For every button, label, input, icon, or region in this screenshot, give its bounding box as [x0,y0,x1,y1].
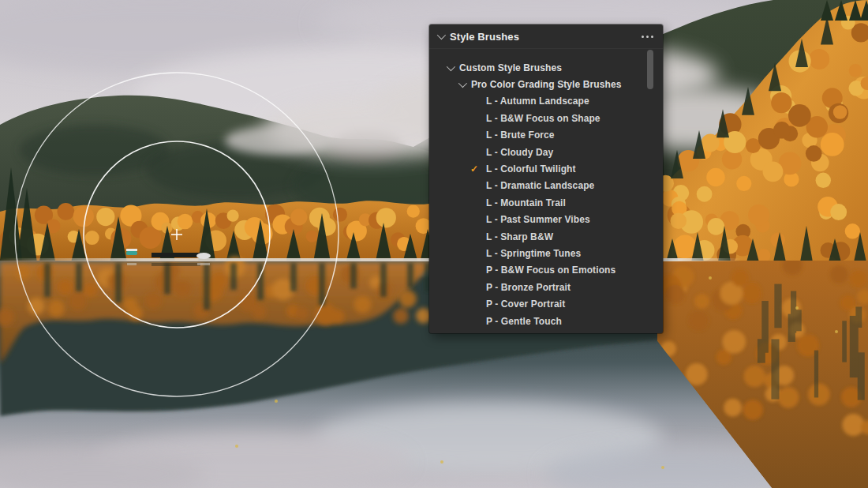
style-brush-item-label: P - Bronze Portrait [486,282,571,293]
checkmark-icon: ✓ [470,163,486,175]
style-brush-item[interactable]: L - Cloudy Day [429,144,663,160]
style-brush-item[interactable]: L - Dramatic Landscape [429,178,663,194]
style-brush-item[interactable]: L - Past Summer Vibes [429,212,663,228]
chevron-down-icon [447,62,455,71]
style-brush-item[interactable]: L - Autumn Landscape [429,93,663,110]
panel-scrollbar[interactable] [647,50,653,89]
style-brush-item[interactable]: L - Mountain Trail [429,194,663,211]
style-brush-item-label: P - Cover Portrait [486,298,565,310]
style-brush-item-label: L - Autumn Landscape [486,96,589,107]
style-brush-item[interactable]: L - Brute Force [429,127,663,144]
style-brush-item-label: L - Past Summer Vibes [486,214,590,225]
style-brush-item-label: L - Mountain Trail [486,197,566,208]
collapse-chevron-icon[interactable] [437,31,446,39]
style-brush-item-label: P - B&W Focus on Emotions [486,265,615,276]
style-brush-item-label: P - Gentle Touch [486,316,562,327]
style-brush-item-label: L - Cloudy Day [486,147,553,158]
style-brush-item-label: L - Sharp B&W [486,231,553,242]
style-brush-item[interactable]: P - Cover Portrait [429,295,663,312]
style-brushes-panel: Style Brushes Custom Style Brushes Pro C… [429,24,663,333]
style-brush-item[interactable]: ✓L - Colorful Twilight [429,160,663,177]
style-brush-item-label: L - B&W Focus on Shape [486,113,600,124]
style-brush-item-label: L - Brute Force [486,130,555,141]
chevron-down-icon [458,79,467,88]
app-canvas: Style Brushes Custom Style Brushes Pro C… [0,0,868,488]
style-brush-item[interactable]: L - Sharp B&W [429,228,663,245]
style-brush-item-label: L - Dramatic Landscape [486,180,594,191]
brush-tree: Custom Style Brushes Pro Color Grading S… [429,49,663,329]
style-brush-item[interactable]: P - Bronze Portrait [429,279,663,295]
style-brush-item[interactable]: L - Springtime Tunes [429,245,663,261]
style-brush-item-label: L - Colorful Twilight [486,163,576,175]
tree-group-custom-style-brushes[interactable]: Custom Style Brushes [429,59,663,76]
panel-header: Style Brushes [429,24,663,49]
style-brush-item[interactable]: P - B&W Focus on Emotions [429,262,663,279]
panel-title: Style Brushes [450,31,519,43]
tree-group-pro-color-grading[interactable]: Pro Color Grading Style Brushes [429,76,663,92]
style-brush-item-label: L - Springtime Tunes [486,248,581,259]
style-brush-item[interactable]: P - Gentle Touch [429,313,663,329]
style-brush-item[interactable]: L - B&W Focus on Shape [429,110,663,126]
panel-menu-button[interactable] [640,32,655,41]
